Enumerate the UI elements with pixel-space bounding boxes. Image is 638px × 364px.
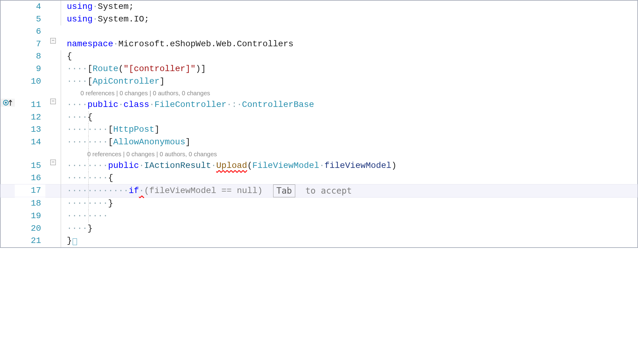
string-literal: "[controller]" (124, 63, 196, 75)
code-line[interactable]: 12 ····{ (1, 111, 637, 124)
attribute-name: ApiController (93, 75, 159, 88)
code-line[interactable]: 6 (1, 25, 637, 38)
code-line[interactable]: 15 − ········public·IActionResult·Upload… (1, 160, 637, 172)
namespace-name: System (98, 1, 129, 13)
whitespace-dots: ···· (67, 99, 87, 111)
whitespace-dots: ········ (67, 123, 108, 136)
code-text[interactable]: ····[ApiController] (65, 75, 637, 88)
line-number: 17 (15, 184, 45, 197)
param-name: fileViewModel (324, 160, 391, 172)
code-text[interactable]: ····public·class·FileController·:·Contro… (65, 99, 637, 111)
code-line[interactable]: 21 } (1, 235, 637, 247)
code-line[interactable]: 8 { (1, 50, 637, 63)
line-number: 20 (15, 222, 45, 235)
code-text[interactable]: ····} (65, 222, 637, 235)
code-text[interactable]: ········[HttpPost] (65, 123, 637, 136)
code-line[interactable]: 11 − ····public·class·FileController·:·C… (1, 99, 637, 111)
fold-gutter[interactable]: − (50, 38, 60, 44)
bracket: [ (87, 75, 93, 88)
line-number: 7 (15, 38, 45, 51)
fold-toggle-icon[interactable]: − (50, 160, 56, 165)
outline-guide (60, 149, 65, 160)
svg-point-1 (5, 102, 6, 104)
bracket: )] (196, 63, 206, 75)
code-line[interactable]: 4 using·System; (1, 1, 637, 13)
code-text[interactable] (65, 25, 637, 38)
bracket: ] (155, 123, 160, 136)
keyword-class: class (124, 99, 149, 111)
code-editor-viewport[interactable]: 4 using·System; 5 using·System.IO; 6 (0, 0, 638, 248)
inline-suggestion: (fileViewModel == null) (144, 185, 262, 197)
code-text[interactable]: ····[Route("[controller]")] (65, 63, 637, 75)
collapsed-region-indicator (73, 238, 77, 245)
fold-gutter[interactable]: − (50, 99, 60, 104)
fold-toggle-icon[interactable]: − (50, 38, 56, 44)
brace: } (108, 197, 113, 210)
outline-guide (60, 235, 65, 247)
code-text[interactable]: } (65, 235, 637, 247)
code-text[interactable]: namespace·Microsoft.eShopWeb.Web.Control… (65, 38, 637, 51)
codelens-label[interactable]: 0 references | 0 changes | 0 authors, 0 … (87, 149, 217, 160)
code-line[interactable]: 19 ········ (1, 210, 637, 222)
outline-guide (60, 25, 65, 38)
code-line[interactable]: 5 using·System.IO; (1, 13, 637, 26)
whitespace-dot: · (113, 38, 118, 51)
code-line[interactable]: 13 ········[HttpPost] (1, 123, 637, 136)
line-number: 9 (15, 63, 45, 75)
line-number: 4 (15, 1, 45, 13)
code-text[interactable]: ············if·(fileViewModel == null) T… (65, 184, 637, 198)
code-line-current[interactable]: 17 ············if·(fileViewModel == null… (1, 184, 637, 198)
whitespace-dots: ···· (67, 111, 87, 124)
code-line[interactable]: 14 ········[AllowAnonymous] (1, 136, 637, 149)
codelens[interactable]: 0 references | 0 changes | 0 authors, 0 … (1, 149, 637, 160)
whitespace-dots: ········ (67, 136, 108, 149)
line-number: 12 (15, 111, 45, 124)
outline-guide (60, 210, 65, 222)
tab-key-hint: Tab (273, 184, 296, 198)
codelens-text[interactable]: 0 references | 0 changes | 0 authors, 0 … (65, 88, 637, 99)
implements-up-icon[interactable] (2, 99, 13, 107)
line-number: 21 (15, 235, 45, 247)
code-text[interactable]: ····{ (65, 111, 637, 124)
outline-guide (60, 63, 65, 75)
code-line[interactable]: 18 ········} (1, 197, 637, 210)
brace: } (67, 235, 72, 247)
whitespace-dots: ········ (67, 197, 108, 210)
code-text[interactable]: using·System; (65, 1, 637, 13)
codelens-text[interactable]: 0 references | 0 changes | 0 authors, 0 … (65, 149, 637, 160)
keyword-using: using (67, 13, 93, 26)
bracket: [ (108, 136, 113, 149)
code-text[interactable]: ········public·IActionResult·Upload(File… (65, 160, 637, 172)
code-line[interactable]: 9 ····[Route("[controller]")] (1, 63, 637, 75)
line-number: 15 (15, 160, 45, 172)
code-line[interactable]: 7 − namespace·Microsoft.eShopWeb.Web.Con… (1, 38, 637, 51)
fold-gutter[interactable]: − (50, 160, 60, 165)
codelens[interactable]: 0 references | 0 changes | 0 authors, 0 … (1, 88, 637, 99)
code-line[interactable]: 16 ········{ (1, 172, 637, 184)
whitespace-dots: ···· (67, 63, 87, 75)
code-text[interactable]: using·System.IO; (65, 13, 637, 26)
keyword-public: public (108, 160, 139, 172)
accept-hint: to accept (300, 185, 352, 197)
whitespace-dots: ···· (67, 75, 87, 88)
code-text[interactable]: ········ (65, 210, 637, 222)
line-number: 11 (15, 99, 45, 111)
namespace-path: Microsoft.eShopWeb.Web.Controllers (118, 38, 293, 51)
codelens-label[interactable]: 0 references | 0 changes | 0 authors, 0 … (80, 88, 210, 99)
line-number: 18 (15, 197, 45, 210)
code-text[interactable]: ········} (65, 197, 637, 210)
outline-guide (60, 13, 65, 26)
param-type: FileViewModel (252, 160, 319, 172)
code-line[interactable]: 20 ····} (1, 222, 637, 235)
class-name: FileController (155, 99, 227, 111)
fold-toggle-icon[interactable]: − (50, 99, 56, 104)
outline-guide (60, 184, 65, 198)
paren: ) (392, 160, 397, 172)
line-number: 8 (15, 50, 45, 63)
code-text[interactable]: ········{ (65, 172, 637, 184)
outline-guide (60, 111, 65, 124)
code-text[interactable]: ········[AllowAnonymous] (65, 136, 637, 149)
paren: ( (118, 63, 124, 75)
code-line[interactable]: 10 ····[ApiController] (1, 75, 637, 88)
code-text[interactable]: { (65, 50, 637, 63)
